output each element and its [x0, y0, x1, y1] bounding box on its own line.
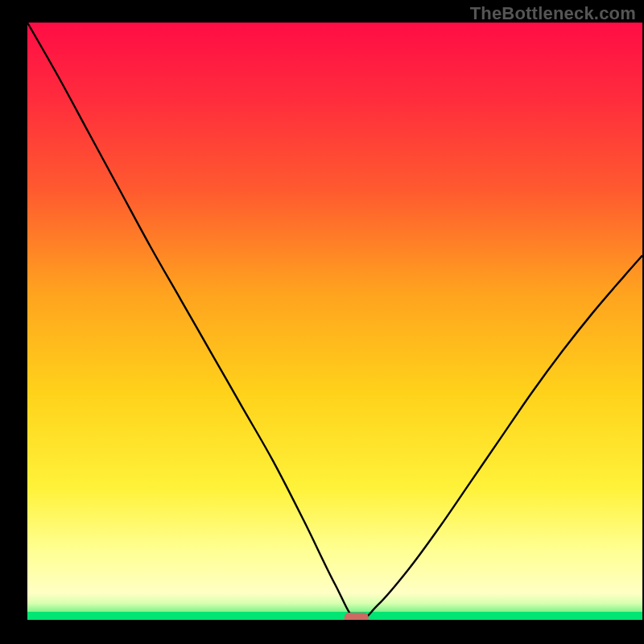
green-band	[27, 612, 642, 620]
frame-mask-bottom	[0, 620, 644, 644]
plot-background	[27, 23, 642, 620]
chart-frame: TheBottleneck.com	[0, 0, 644, 644]
frame-mask-left	[0, 0, 27, 644]
bottleneck-chart	[0, 0, 644, 644]
attribution-text: TheBottleneck.com	[470, 3, 636, 24]
